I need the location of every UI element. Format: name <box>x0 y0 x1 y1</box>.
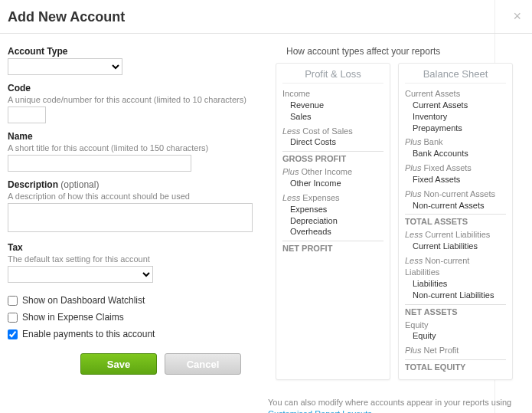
bs-ca-item: Prepayments <box>405 123 506 134</box>
name-label: Name <box>8 131 260 142</box>
bs-ca-item: Inventory <box>405 111 506 123</box>
close-icon[interactable]: × <box>513 9 521 23</box>
code-input[interactable] <box>8 107 46 123</box>
bs-cl-item: Current Liabilities <box>405 241 506 252</box>
bs-eq-label: Equity <box>405 320 506 331</box>
pl-exp-label: Less Expenses <box>282 192 383 204</box>
bs-ncl-item: Non-current Liabilities <box>405 290 506 301</box>
customised-report-link[interactable]: Customised Report Layouts <box>268 409 372 413</box>
modal-title: Add New Account <box>8 9 518 25</box>
payments-check-row[interactable]: Enable payments to this account <box>8 329 260 339</box>
modal-header: Add New Account × <box>0 0 532 34</box>
pl-net-profit: NET PROFIT <box>282 241 383 253</box>
bs-ncl-label: Less Non-current Liabilities <box>405 255 506 278</box>
bs-ca-item: Current Assets <box>405 100 506 111</box>
bs-plus-netprofit: Plus Net Profit <box>405 345 506 356</box>
profit-loss-panel: Profit & Loss Income Revenue Sales Less … <box>276 63 390 380</box>
account-type-label: Account Type <box>8 46 260 57</box>
footnote-text: You can also modify where accounts appea… <box>268 398 511 407</box>
bs-nca-item: Non-current Assets <box>405 200 506 211</box>
bs-bank-item: Bank Accounts <box>405 148 506 159</box>
pl-exp-item: Depreciation <box>282 215 383 227</box>
payments-checkbox[interactable] <box>8 329 18 339</box>
bs-total-assets: TOTAL ASSETS <box>405 214 506 226</box>
bs-cl-label: Less Current Liabilities <box>405 229 506 241</box>
description-input[interactable] <box>8 203 253 232</box>
bs-fa-label: Plus Fixed Assets <box>405 162 506 174</box>
footnote: You can also modify where accounts appea… <box>268 397 524 413</box>
pl-exp-item: Overheads <box>282 226 383 238</box>
balance-sheet-panel: Balance Sheet Current Assets Current Ass… <box>398 63 513 380</box>
description-hint: A description of how this account should… <box>8 192 260 201</box>
pl-cos-label: Less Cost of Sales <box>282 126 383 137</box>
profit-loss-title: Profit & Loss <box>282 68 383 84</box>
form-column: Account Type Code A unique code/number f… <box>8 46 260 413</box>
bs-eq-item: Equity <box>405 330 506 342</box>
code-label: Code <box>8 83 260 93</box>
payments-check-label: Enable payments to this account <box>22 329 155 339</box>
reports-heading: How account types affect your reports <box>286 46 524 57</box>
expense-check-label: Show in Expense Claims <box>22 312 124 323</box>
tax-label: Tax <box>8 242 260 253</box>
bs-fa-item: Fixed Assets <box>405 174 506 185</box>
bs-total-equity: TOTAL EQUITY <box>405 359 506 372</box>
dashboard-check-row[interactable]: Show on Dashboard Watchlist <box>8 295 260 306</box>
balance-sheet-title: Balance Sheet <box>405 68 506 84</box>
pl-income-item: Sales <box>282 111 383 123</box>
bs-ncl-item: Liabilities <box>405 278 506 290</box>
bs-net-assets: NET ASSETS <box>405 304 506 316</box>
pl-income-label: Income <box>282 88 383 100</box>
tax-select[interactable] <box>8 266 153 283</box>
description-optional: (optional) <box>60 179 99 190</box>
pl-exp-item: Expenses <box>282 204 383 215</box>
pl-gross-profit: GROSS PROFIT <box>282 151 383 163</box>
account-type-select[interactable] <box>8 58 122 75</box>
code-hint: A unique code/number for this account (l… <box>8 95 260 104</box>
name-hint: A short title for this account (limited … <box>8 143 260 152</box>
reports-column: How account types affect your reports Pr… <box>268 46 524 413</box>
tax-hint: The default tax setting for this account <box>8 254 260 264</box>
pl-income-item: Revenue <box>282 100 383 111</box>
add-account-modal: Add New Account × Account Type Code A un… <box>0 0 532 413</box>
pl-otherinc-label: Plus Other Income <box>282 166 383 178</box>
dashboard-checkbox[interactable] <box>8 296 18 306</box>
bs-ca-label: Current Assets <box>405 88 506 100</box>
cancel-button[interactable]: Cancel <box>165 353 241 375</box>
save-button[interactable]: Save <box>80 353 157 375</box>
description-label: Description (optional) <box>8 179 260 190</box>
expense-checkbox[interactable] <box>8 313 18 323</box>
pl-otherinc-item: Other Income <box>282 178 383 189</box>
bs-bank-label: Plus Bank <box>405 136 506 148</box>
bs-nca-label: Plus Non-current Assets <box>405 188 506 200</box>
expense-check-row[interactable]: Show in Expense Claims <box>8 312 260 323</box>
dashboard-check-label: Show on Dashboard Watchlist <box>22 295 145 306</box>
name-input[interactable] <box>8 155 191 172</box>
description-label-text: Description <box>8 179 58 190</box>
pl-cos-item: Direct Costs <box>282 136 383 148</box>
